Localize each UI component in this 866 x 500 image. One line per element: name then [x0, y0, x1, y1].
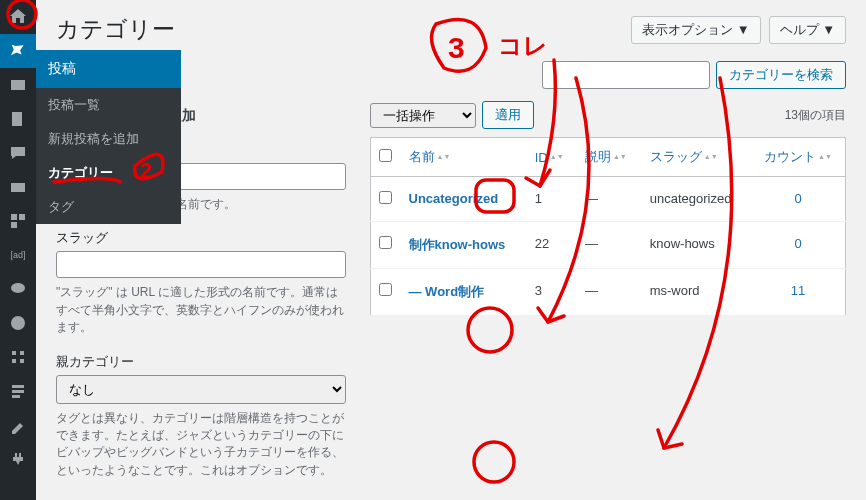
appearance-icon[interactable]	[0, 408, 36, 442]
svg-rect-9	[20, 351, 24, 355]
svg-rect-0	[11, 80, 25, 90]
media-icon[interactable]	[0, 68, 36, 102]
chat-icon[interactable]	[0, 272, 36, 306]
categories-table: 名前▲▼ ID▲▼ 説明▲▼ スラッグ▲▼ カウント▲▼ Uncategoriz…	[370, 137, 846, 316]
comments-icon[interactable]	[0, 136, 36, 170]
count-link[interactable]: 0	[794, 236, 801, 251]
ad-icon[interactable]: [ad]	[0, 238, 36, 272]
bulk-action-select[interactable]: 一括操作	[370, 103, 476, 128]
svg-rect-10	[12, 359, 16, 363]
cell-slug: know-hows	[642, 222, 751, 269]
submenu-categories[interactable]: カテゴリー	[36, 156, 181, 190]
svg-rect-3	[11, 214, 17, 220]
svg-rect-2	[11, 183, 25, 192]
help-button[interactable]: ヘルプ ▼	[769, 16, 846, 44]
blocks-icon[interactable]	[0, 204, 36, 238]
cell-id: 1	[527, 177, 577, 222]
table-row: 制作know-hows22—know-hows0	[371, 222, 846, 269]
cell-id: 22	[527, 222, 577, 269]
screen-options-button[interactable]: 表示オプション ▼	[631, 16, 760, 44]
submenu-header[interactable]: 投稿	[36, 50, 181, 88]
col-desc: 説明▲▼	[577, 138, 642, 177]
count-link[interactable]: 11	[791, 283, 805, 298]
count-link[interactable]: 0	[794, 191, 801, 206]
pin-icon[interactable]	[0, 34, 36, 68]
home-icon[interactable]	[0, 0, 36, 34]
cell-desc: —	[577, 177, 642, 222]
col-count: カウント▲▼	[751, 138, 845, 177]
cell-count: 0	[751, 177, 845, 222]
svg-rect-8	[12, 351, 16, 355]
category-link[interactable]: 制作know-hows	[409, 237, 506, 252]
plugins-icon[interactable]	[0, 442, 36, 476]
svg-rect-1	[12, 112, 22, 126]
page-title: カテゴリー	[56, 14, 175, 45]
cell-slug: uncategorized	[642, 177, 751, 222]
svg-rect-14	[12, 395, 20, 398]
slug-help: "スラッグ" は URL に適した形式の名前です。通常はすべて半角小文字で、英数…	[56, 284, 346, 336]
select-all-checkbox[interactable]	[379, 149, 392, 162]
cell-count: 0	[751, 222, 845, 269]
slug-label: スラッグ	[56, 229, 346, 247]
cell-count: 11	[751, 269, 845, 316]
pages-icon[interactable]	[0, 102, 36, 136]
parent-label: 親カテゴリー	[56, 353, 346, 371]
admin-sidebar: [ad]	[0, 0, 36, 500]
svg-point-6	[11, 283, 25, 293]
row-checkbox[interactable]	[379, 191, 392, 204]
form-icon[interactable]	[0, 374, 36, 408]
bulk-apply-button[interactable]: 適用	[482, 101, 534, 129]
submenu-all-posts[interactable]: 投稿一覧	[36, 88, 181, 122]
category-link[interactable]: — Word制作	[409, 284, 485, 299]
table-row: Uncategorized1—uncategorized0	[371, 177, 846, 222]
category-search-input[interactable]	[542, 61, 710, 89]
cell-desc: —	[577, 222, 642, 269]
cell-name: — Word制作	[401, 269, 527, 316]
table-row: — Word制作3—ms-word11	[371, 269, 846, 316]
submenu-tags[interactable]: タグ	[36, 190, 181, 224]
col-name: 名前▲▼	[401, 138, 527, 177]
col-slug: スラッグ▲▼	[642, 138, 751, 177]
cell-name: Uncategorized	[401, 177, 527, 222]
posts-submenu: 投稿 投稿一覧 新規投稿を追加 カテゴリー タグ	[36, 50, 181, 224]
cell-id: 3	[527, 269, 577, 316]
svg-rect-12	[12, 385, 24, 388]
row-checkbox[interactable]	[379, 283, 392, 296]
grid-icon[interactable]	[0, 340, 36, 374]
svg-rect-5	[11, 222, 17, 228]
svg-rect-4	[19, 214, 25, 220]
row-checkbox[interactable]	[379, 236, 392, 249]
slug-input[interactable]	[56, 251, 346, 278]
parent-select[interactable]: なし	[56, 375, 346, 404]
parent-help: タグとは異なり、カテゴリーは階層構造を持つことができます。たとえば、ジャズという…	[56, 410, 346, 480]
submenu-add-new[interactable]: 新規投稿を追加	[36, 122, 181, 156]
contact-icon[interactable]	[0, 170, 36, 204]
svg-rect-13	[12, 390, 24, 393]
jetpack-icon[interactable]	[0, 306, 36, 340]
svg-point-7	[11, 316, 25, 330]
category-link[interactable]: Uncategorized	[409, 191, 499, 206]
cell-desc: —	[577, 269, 642, 316]
search-submit-button[interactable]: カテゴリーを検索	[716, 61, 846, 89]
cell-slug: ms-word	[642, 269, 751, 316]
svg-rect-11	[20, 359, 24, 363]
cell-name: 制作know-hows	[401, 222, 527, 269]
item-count: 13個の項目	[785, 107, 846, 124]
col-id: ID▲▼	[527, 138, 577, 177]
